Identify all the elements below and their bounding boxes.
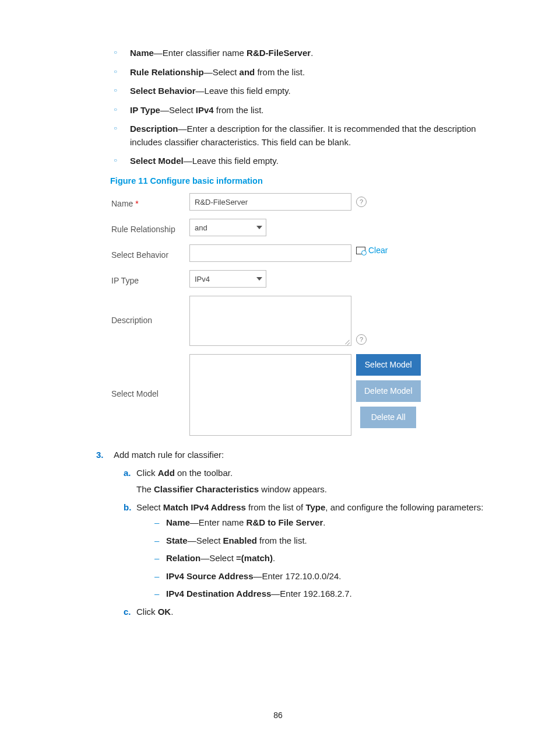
step-number: 3. [96, 449, 114, 462]
rule-relationship-label: Rule Relationship [111, 219, 189, 236]
param-source-address: IPv4 Source Address—Enter 172.10.0.0/24. [154, 570, 498, 583]
description-textarea[interactable] [189, 296, 351, 346]
select-model-button[interactable]: Select Model [356, 354, 421, 376]
resize-handle-icon[interactable] [345, 340, 350, 344]
chevron-down-icon [256, 226, 262, 229]
field-desc-description: Description—Enter a description for the … [114, 123, 498, 149]
param-state: State—Select Enabled from the list. [154, 534, 498, 548]
field-desc-behavior: Select Behavior—Leave this field empty. [114, 85, 498, 98]
field-desc-rule: Rule Relationship—Select and from the li… [114, 66, 498, 79]
name-input[interactable] [189, 193, 351, 211]
step-3: 3.Add match rule for classifier: a.Click… [114, 449, 498, 618]
clear-link[interactable]: Clear [356, 244, 388, 257]
field-desc-iptype: IP Type—Select IPv4 from the list. [114, 104, 498, 117]
param-dest-address: IPv4 Destination Address—Enter 192.168.2… [154, 587, 498, 601]
param-relation: Relation—Select =(match). [154, 552, 498, 565]
field-desc-name: Name—Enter classifier name R&D-FileServe… [114, 47, 498, 60]
select-model-listbox[interactable] [189, 354, 351, 436]
substep-a: a.Click Add on the toolbar. [126, 467, 498, 480]
ip-type-label: IP Type [111, 270, 189, 287]
delete-model-button[interactable]: Delete Model [356, 380, 421, 402]
figure-caption: Figure 11 Configure basic information [110, 175, 498, 188]
help-icon[interactable]: ? [356, 334, 367, 345]
parameter-list: Name—Enter name R&D to File Server. Stat… [154, 516, 498, 601]
name-label: Name * [111, 193, 189, 210]
field-description-list: Name—Enter classifier name R&D-FileServe… [114, 47, 498, 168]
select-behavior-input[interactable] [189, 244, 351, 262]
param-name: Name—Enter name R&D to File Server. [154, 516, 498, 530]
rule-relationship-select[interactable]: and [189, 219, 266, 236]
chevron-down-icon [256, 277, 262, 281]
clear-icon [356, 247, 365, 254]
substep-c: c.Click OK. [126, 606, 498, 619]
figure-form: Name * ? Rule Relationship and Select Be… [111, 193, 498, 436]
help-icon[interactable]: ? [356, 197, 367, 207]
ip-type-select[interactable]: IPv4 [189, 270, 266, 288]
description-label: Description [111, 296, 189, 327]
field-desc-model: Select Model—Leave this field empty. [114, 155, 498, 168]
substep-a-note: The Classifier Characteristics window ap… [136, 483, 498, 496]
delete-all-button[interactable]: Delete All [360, 407, 416, 428]
select-model-label: Select Model [111, 354, 189, 400]
select-behavior-label: Select Behavior [111, 244, 189, 261]
substep-b: b.Select Match IPv4 Address from the lis… [126, 501, 498, 514]
page-number: 86 [0, 710, 556, 720]
